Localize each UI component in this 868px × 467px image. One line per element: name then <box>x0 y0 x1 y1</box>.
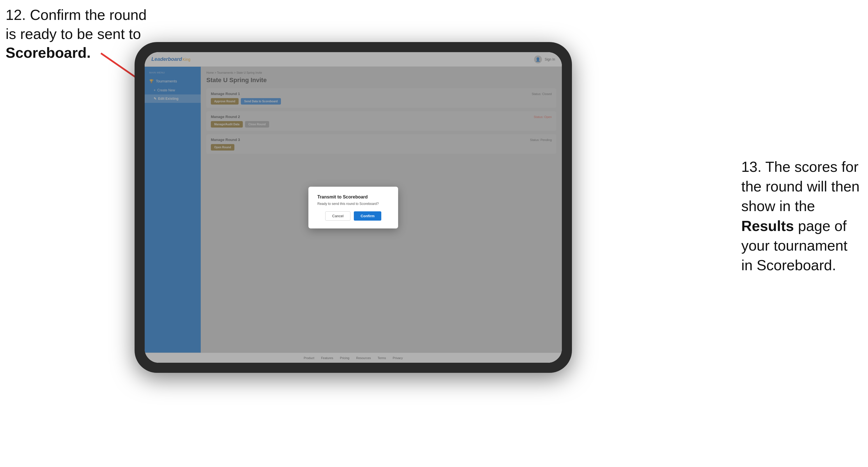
tablet-device: Leaderboard King 👤 Sign In MAIN MENU 🏆 T… <box>134 42 572 373</box>
modal-overlay: Transmit to Scoreboard Ready to send thi… <box>145 52 562 363</box>
tablet-screen: Leaderboard King 👤 Sign In MAIN MENU 🏆 T… <box>145 52 562 363</box>
transmit-scoreboard-dialog: Transmit to Scoreboard Ready to send thi… <box>308 187 398 228</box>
annotation-right: 13. The scores for the round will then s… <box>741 157 860 275</box>
modal-title: Transmit to Scoreboard <box>317 194 389 199</box>
modal-actions: Cancel Confirm <box>317 211 389 221</box>
modal-cancel-button[interactable]: Cancel <box>325 211 350 221</box>
annotation-top: 12. Confirm the round is ready to be sen… <box>6 6 147 63</box>
modal-confirm-button[interactable]: Confirm <box>354 211 381 221</box>
modal-subtitle: Ready to send this round to Scoreboard? <box>317 202 389 206</box>
app-frame: Leaderboard King 👤 Sign In MAIN MENU 🏆 T… <box>145 52 562 363</box>
